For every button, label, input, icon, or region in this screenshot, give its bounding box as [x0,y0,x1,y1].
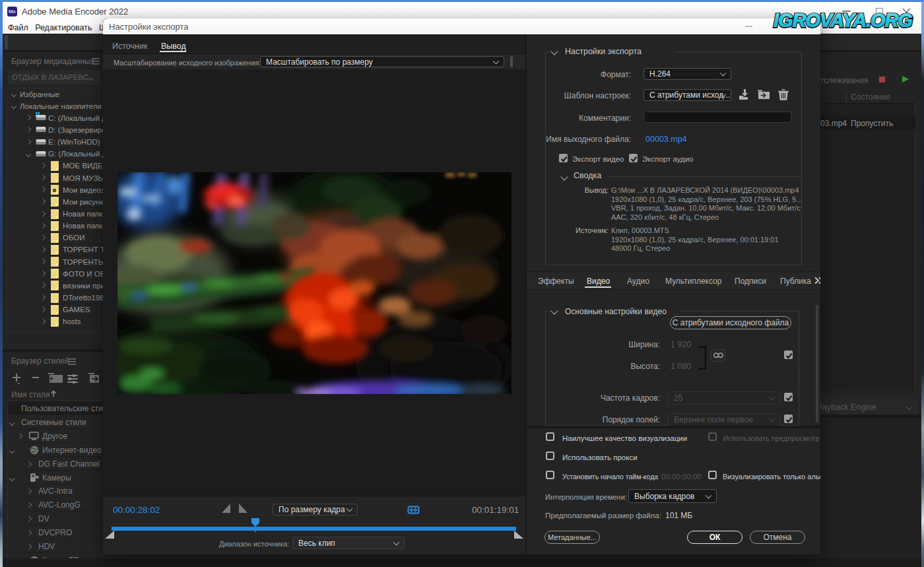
svg-text:IGROVAYA.ORG: IGROVAYA.ORG [774,9,913,30]
